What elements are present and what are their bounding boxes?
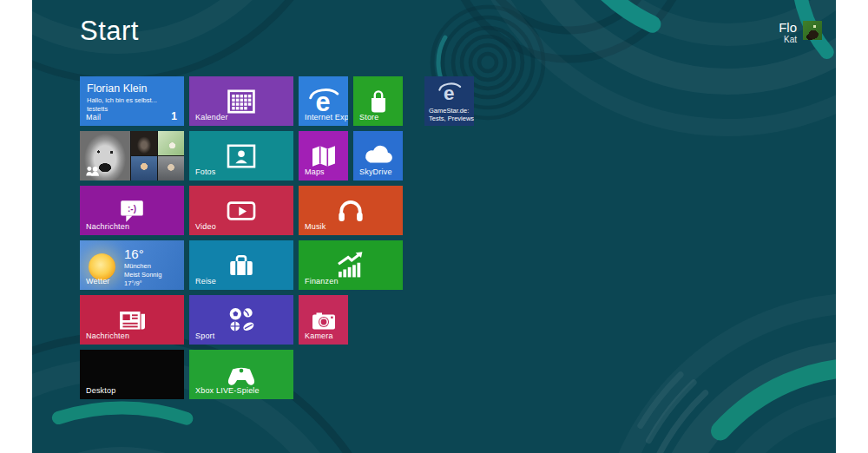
mail-preview-line1: Hallo, ich bin es selbst... [87, 96, 177, 105]
nachrichten-news-label: Nachrichten [86, 332, 129, 340]
tile-kamera[interactable]: Kamera [299, 295, 348, 345]
people-photo-small-3 [131, 156, 157, 181]
video-label: Video [195, 222, 216, 231]
tile-nachrichten-news[interactable]: Nachrichten [80, 295, 184, 345]
tile-kontakte-people[interactable] [80, 131, 184, 181]
tile-musik[interactable]: Musik [299, 186, 403, 235]
tile-wetter[interactable]: 16° München Meist Sonnig 17°/9° Wetter [80, 240, 184, 290]
xbox-label: Xbox LIVE-Spiele [195, 386, 260, 395]
people-photo-large [80, 131, 130, 181]
windows8-start-screen: Start Flo Kat Florian Klein Hallo, ich b… [0, 0, 868, 453]
tile-mail[interactable]: Florian Klein Hallo, ich bin es selbst..… [80, 76, 184, 126]
tile-skydrive[interactable]: SkyDrive [353, 131, 403, 181]
calendar-icon [224, 84, 259, 119]
mail-unread-badge: 1 [171, 110, 177, 122]
start-screen-background: Start Flo Kat Florian Klein Hallo, ich b… [32, 0, 836, 453]
kamera-label: Kamera [305, 332, 333, 340]
mail-sender: Florian Klein [87, 82, 177, 95]
tile-maps[interactable]: Maps [299, 131, 348, 181]
people-photo-small-1 [131, 131, 157, 155]
sport-balls-icon [224, 303, 259, 338]
tile-internet-explorer[interactable]: e Internet Explorer [299, 76, 348, 126]
internet-explorer-label: Internet Explorer [305, 113, 348, 121]
svg-text:e: e [443, 82, 454, 104]
wetter-temperature: 16° [124, 246, 161, 262]
wetter-range: 17°/9° [124, 279, 161, 288]
tile-desktop[interactable]: Desktop [80, 350, 184, 399]
mail-preview-line2: testetts [87, 105, 177, 114]
letterbox-right [836, 0, 868, 453]
page-title: Start [80, 16, 139, 47]
maps-label: Maps [305, 167, 325, 176]
people-photo-collage [80, 131, 184, 181]
user-profile[interactable]: Flo Kat [779, 21, 822, 44]
kalender-label: Kalender [195, 113, 228, 121]
sport-label: Sport [195, 332, 215, 340]
people-photo-small-2 [158, 131, 184, 155]
nachrichten-messaging-label: Nachrichten [86, 222, 129, 231]
tile-grid: Florian Klein Hallo, ich bin es selbst..… [80, 76, 403, 399]
user-avatar[interactable] [803, 21, 822, 40]
letterbox-left [0, 0, 32, 453]
people-icon [85, 166, 100, 176]
fotos-label: Fotos [195, 167, 216, 176]
reise-label: Reise [195, 277, 216, 286]
music-headphones-icon [332, 193, 369, 229]
people-photo-small-4 [158, 156, 184, 181]
tile-store[interactable]: Store [353, 76, 403, 126]
tile-nachrichten-messaging[interactable]: :-) Nachrichten [80, 186, 184, 235]
gamestar-label-line1: GameStar.de: [429, 107, 474, 115]
tile-finanzen[interactable]: Finanzen [299, 240, 403, 290]
user-first-name: Flo [779, 21, 797, 35]
internet-explorer-icon: e [437, 78, 463, 108]
tile-xbox-live-spiele[interactable]: Xbox LIVE-Spiele [189, 350, 293, 399]
wetter-label: Wetter [86, 277, 110, 286]
mail-label: Mail [86, 113, 101, 121]
svg-text::-): :-) [128, 203, 136, 213]
desktop-label: Desktop [86, 386, 115, 395]
tile-sport[interactable]: Sport [189, 295, 293, 345]
tile-reise[interactable]: Reise [189, 240, 293, 290]
travel-suitcase-icon [224, 248, 259, 283]
tile-video[interactable]: Video [189, 186, 293, 235]
wetter-city: München [124, 262, 161, 271]
tile-kalender[interactable]: Kalender [189, 76, 293, 126]
musik-label: Musik [305, 222, 326, 231]
tile-gamestar-ie-pinned-site[interactable]: e GameStar.de: Tests, Previews,... [424, 76, 474, 126]
user-last-name: Kat [779, 35, 797, 44]
gamestar-label-line2: Tests, Previews,... [429, 115, 474, 122]
video-player-icon [224, 194, 259, 228]
skydrive-label: SkyDrive [359, 167, 392, 176]
tile-fotos[interactable]: Fotos [189, 131, 293, 181]
finanzen-label: Finanzen [305, 277, 339, 286]
photos-icon [224, 139, 259, 174]
wetter-condition: Meist Sonnig [124, 271, 161, 279]
store-label: Store [359, 113, 379, 121]
